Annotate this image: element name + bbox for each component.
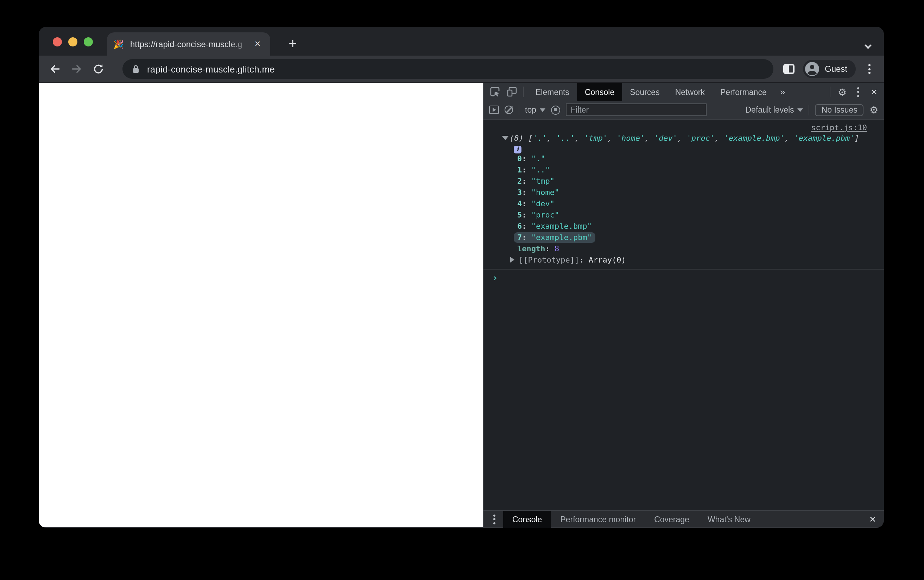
browser-window: 🎉 https://rapid-concise-muscle.g ✕ + bbox=[39, 27, 884, 528]
devtools-drawer: ConsolePerformance monitorCoverageWhat's… bbox=[483, 510, 884, 527]
devtools-menu-icon[interactable] bbox=[853, 86, 863, 97]
info-icon[interactable]: i bbox=[514, 146, 521, 153]
console-array-item[interactable]: 0: "." bbox=[483, 153, 884, 165]
console-output[interactable]: script.js:10 (8) ['.', '..', 'tmp', 'hom… bbox=[483, 120, 884, 510]
address-bar[interactable]: rapid-concise-muscle.glitch.me bbox=[122, 59, 773, 79]
lock-icon[interactable] bbox=[131, 64, 141, 74]
array-preview-row[interactable]: (8) ['.', '..', 'tmp', 'home', 'dev', 'p… bbox=[483, 133, 884, 144]
forward-button[interactable] bbox=[71, 63, 83, 75]
console-array-item[interactable]: 3: "home" bbox=[483, 187, 884, 198]
side-panel-icon[interactable] bbox=[783, 64, 794, 74]
console-array-item[interactable]: 2: "tmp" bbox=[483, 176, 884, 187]
close-window-button[interactable] bbox=[53, 37, 62, 46]
minimize-window-button[interactable] bbox=[68, 37, 77, 46]
window-content: ElementsConsoleSourcesNetworkPerformance… bbox=[39, 83, 884, 527]
tab-close-icon[interactable]: ✕ bbox=[251, 38, 264, 50]
drawer-tab-what-s-new[interactable]: What's New bbox=[699, 511, 760, 527]
browser-tab[interactable]: 🎉 https://rapid-concise-muscle.g ✕ bbox=[107, 32, 270, 56]
devtools-settings-icon[interactable]: ⚙ bbox=[838, 87, 847, 97]
source-link[interactable]: script.js:10 bbox=[811, 123, 867, 132]
console-toolbar: top Default levels No Issues ⚙ bbox=[483, 101, 884, 120]
reload-button[interactable] bbox=[92, 63, 105, 75]
prompt-chevron-icon: › bbox=[493, 273, 498, 283]
drawer-menu-icon[interactable] bbox=[489, 514, 499, 525]
devtools-close-icon[interactable]: ✕ bbox=[871, 87, 878, 97]
devtools-tab-sources[interactable]: Sources bbox=[622, 83, 667, 101]
back-button[interactable] bbox=[49, 63, 61, 75]
devtools-panel: ElementsConsoleSourcesNetworkPerformance… bbox=[483, 83, 884, 527]
tab-search-chevron-icon[interactable] bbox=[866, 38, 873, 45]
profile-label: Guest bbox=[825, 64, 847, 74]
browser-toolbar: rapid-concise-muscle.glitch.me Guest bbox=[39, 56, 884, 83]
console-array-item[interactable]: 6: "example.bmp" bbox=[483, 221, 884, 232]
inspect-element-icon[interactable] bbox=[489, 86, 500, 97]
devtools-tab-console[interactable]: Console bbox=[577, 83, 622, 101]
devtools-tabbar: ElementsConsoleSourcesNetworkPerformance… bbox=[483, 83, 884, 101]
devtools-tab-network[interactable]: Network bbox=[668, 83, 712, 101]
no-issues-button[interactable]: No Issues bbox=[815, 104, 864, 116]
drawer-tab-coverage[interactable]: Coverage bbox=[645, 511, 699, 527]
desktop: 🎉 https://rapid-concise-muscle.g ✕ + bbox=[0, 0, 924, 580]
collapse-triangle-icon[interactable] bbox=[502, 136, 509, 140]
page-content[interactable] bbox=[39, 83, 483, 527]
tab-strip: 🎉 https://rapid-concise-muscle.g ✕ + bbox=[39, 27, 884, 56]
tab-favicon-icon: 🎉 bbox=[113, 39, 125, 49]
traffic-lights bbox=[53, 37, 93, 46]
live-expression-eye-icon[interactable] bbox=[551, 105, 560, 114]
prototype-row[interactable]: [[Prototype]]: Array(0) bbox=[483, 255, 884, 266]
length-row: length: 8 bbox=[483, 244, 884, 255]
tab-title: https://rapid-concise-muscle.g bbox=[130, 39, 251, 49]
console-filter-input[interactable] bbox=[566, 104, 707, 116]
devtools-tab-performance[interactable]: Performance bbox=[712, 83, 774, 101]
log-levels-dropdown[interactable]: Default levels bbox=[746, 105, 803, 114]
new-tab-button[interactable]: + bbox=[284, 35, 302, 53]
execution-context-selector[interactable]: top bbox=[525, 105, 546, 114]
console-prompt[interactable]: › bbox=[483, 269, 884, 283]
zoom-window-button[interactable] bbox=[84, 37, 93, 46]
console-sidebar-icon[interactable] bbox=[489, 105, 499, 114]
expand-triangle-icon[interactable] bbox=[510, 257, 515, 262]
browser-menu-icon[interactable] bbox=[864, 63, 874, 75]
console-array-item[interactable]: 1: ".." bbox=[483, 165, 884, 176]
device-toolbar-icon[interactable] bbox=[506, 86, 517, 97]
console-array-item[interactable]: 5: "proc" bbox=[483, 210, 884, 221]
devtools-tab-elements[interactable]: Elements bbox=[528, 83, 577, 101]
profile-button[interactable]: Guest bbox=[803, 60, 856, 78]
clear-console-icon[interactable] bbox=[505, 105, 513, 114]
avatar-icon bbox=[804, 61, 820, 77]
drawer-close-icon[interactable]: ✕ bbox=[869, 514, 884, 524]
drawer-tab-performance-monitor[interactable]: Performance monitor bbox=[551, 511, 645, 527]
console-array-item[interactable]: 7: "example.pbm" bbox=[483, 232, 884, 244]
console-array-item[interactable]: 4: "dev" bbox=[483, 198, 884, 210]
more-tabs-button[interactable]: » bbox=[774, 87, 791, 97]
console-settings-icon[interactable]: ⚙ bbox=[870, 105, 878, 115]
url-text: rapid-concise-muscle.glitch.me bbox=[147, 64, 275, 74]
drawer-tab-console[interactable]: Console bbox=[503, 511, 551, 527]
